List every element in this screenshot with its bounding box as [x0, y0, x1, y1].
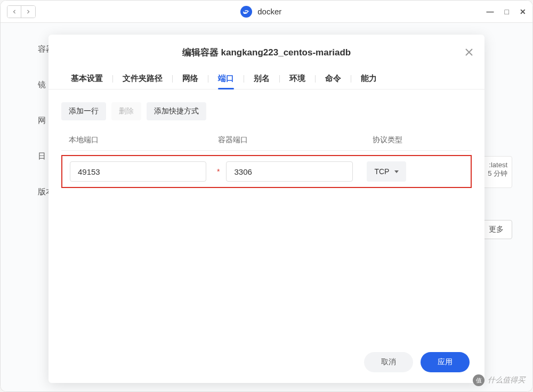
docker-icon: [240, 6, 252, 18]
window-title-area: docker: [36, 6, 487, 18]
nav-back-button[interactable]: [7, 6, 21, 18]
modal-footer: 取消 应用: [49, 341, 484, 383]
window-title-text: docker: [257, 7, 281, 16]
container-port-input[interactable]: [226, 161, 353, 182]
close-window-button[interactable]: ✕: [520, 7, 526, 16]
modal-close-button[interactable]: [465, 46, 473, 59]
cancel-button[interactable]: 取消: [364, 352, 413, 372]
required-indicator: *: [217, 167, 220, 176]
tab-folder-path[interactable]: 文件夹路径: [113, 68, 172, 89]
col-local-port: 本地端口: [61, 135, 211, 145]
local-port-input[interactable]: [70, 161, 206, 182]
modal-title: 编辑容器 kangkang223_centos-mariadb: [182, 46, 351, 59]
add-shortcut-button[interactable]: 添加快捷方式: [147, 102, 206, 120]
nav-forward-button[interactable]: [21, 6, 35, 18]
tab-environment[interactable]: 环境: [280, 68, 315, 89]
col-protocol: 协议类型: [365, 135, 472, 145]
maximize-button[interactable]: □: [505, 7, 509, 16]
apply-button[interactable]: 应用: [421, 352, 470, 372]
bg-uptime: 5 分钟: [485, 169, 507, 178]
modal-header: 编辑容器 kangkang223_centos-mariadb: [49, 35, 484, 68]
watermark-text: 什么值得买: [488, 375, 525, 385]
table-header: 本地端口 容器端口 协议类型: [61, 130, 472, 151]
protocol-select[interactable]: TCP: [367, 161, 406, 182]
tabs: 基本设置 文件夹路径 网络 端口 别名 环境 命令 能力: [49, 68, 484, 89]
tab-basic[interactable]: 基本设置: [61, 68, 112, 89]
window-titlebar: docker — □ ✕: [1, 1, 532, 23]
chevron-down-icon: [394, 170, 399, 173]
bg-image-tag: :latest: [485, 161, 507, 169]
toolbar: 添加一行 删除 添加快捷方式: [49, 89, 484, 130]
tab-alias[interactable]: 别名: [244, 68, 279, 89]
tab-capabilities[interactable]: 能力: [351, 68, 386, 89]
ports-table: 本地端口 容器端口 协议类型 * TCP: [49, 130, 484, 341]
bg-card-info: :latest 5 分钟: [480, 156, 512, 188]
bg-more-button[interactable]: 更多: [480, 220, 512, 239]
tab-command[interactable]: 命令: [316, 68, 351, 89]
watermark-icon: 值: [473, 374, 484, 386]
tab-network[interactable]: 网络: [173, 68, 208, 89]
nav-buttons: [7, 5, 36, 18]
watermark: 值 什么值得买: [473, 374, 525, 386]
add-row-button[interactable]: 添加一行: [61, 102, 106, 120]
delete-button[interactable]: 删除: [111, 102, 141, 120]
col-container-port: 容器端口: [211, 135, 365, 145]
protocol-value: TCP: [374, 167, 389, 176]
table-row: * TCP: [61, 155, 472, 188]
minimize-button[interactable]: —: [487, 7, 494, 16]
edit-container-modal: 编辑容器 kangkang223_centos-mariadb 基本设置 文件夹…: [49, 35, 484, 383]
tab-ports[interactable]: 端口: [208, 68, 244, 89]
window-controls: — □ ✕: [487, 7, 526, 16]
